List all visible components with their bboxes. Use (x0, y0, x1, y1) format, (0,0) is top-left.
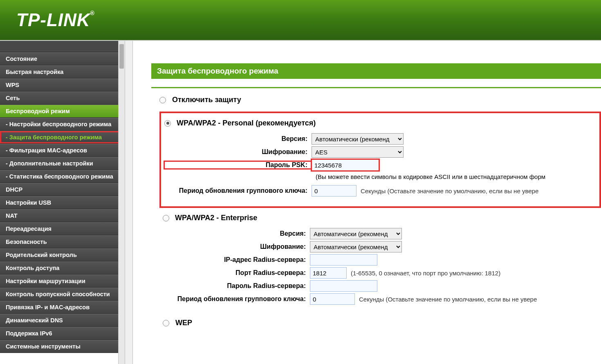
sidebar-item-18[interactable]: Контроль пропускной способности (0, 288, 125, 301)
ent-version-select[interactable]: Автоматически (рекоменд (310, 228, 402, 239)
radius-ip-label: IP-адрес Radius-сервера: (163, 256, 310, 264)
psk-hint: (Вы можете ввести символы в кодировке AS… (164, 173, 596, 180)
section-wep[interactable]: WEP (163, 319, 601, 327)
sidebar-item-14[interactable]: Безопасность (0, 235, 125, 248)
ent-encryption-select[interactable]: Автоматически (рекоменд (310, 241, 402, 252)
sidebar-item-6[interactable]: - Защита беспроводного режима (0, 131, 125, 144)
radius-port-label: Порт Radius-сервера: (163, 269, 310, 277)
sidebar-item-8[interactable]: - Дополнительные настройки (0, 157, 125, 170)
sidebar-item-9[interactable]: - Статистика беспроводного режима (0, 170, 125, 183)
app-header: TP-LINK® (0, 0, 601, 41)
pane-divider[interactable] (125, 41, 133, 364)
psk-input[interactable] (312, 159, 379, 171)
radius-pass-label: Пароль Radius-сервера: (163, 282, 310, 290)
radius-ip-input[interactable] (310, 254, 377, 266)
gku-hint: Секунды (Оставьте значение по умолчанию,… (361, 188, 538, 194)
sidebar-item-4[interactable]: Беспроводной режим (0, 105, 125, 118)
sidebar-item-0[interactable]: Состояние (0, 52, 125, 65)
separator (151, 87, 601, 88)
sidebar-scrollbar[interactable] (118, 41, 125, 364)
sidebar-item-16[interactable]: Контроль доступа (0, 261, 125, 275)
radius-pass-input[interactable] (310, 280, 377, 292)
section-disable-label: Отключить защиту (172, 96, 241, 104)
ent-gku-label: Период обновления группового ключа: (163, 295, 310, 303)
wep-label: WEP (175, 319, 192, 327)
ent-gku-hint: Секунды (Оставьте значение по умолчанию,… (359, 296, 537, 303)
section-wpa-personal: WPA/WPA2 - Personal (рекомендуется) Верс… (159, 112, 601, 208)
sidebar-item-11[interactable]: Настройки USB (0, 196, 125, 209)
sidebar-item-1[interactable]: Быстрая настройка (0, 65, 125, 78)
encryption-label: Шифрование: (164, 148, 312, 156)
version-select[interactable]: Автоматически (рекоменд (312, 133, 404, 145)
sidebar-item-10[interactable]: DHCP (0, 183, 125, 196)
brand-logo: TP-LINK® (16, 10, 95, 30)
psk-label: Пароль PSK: (164, 161, 312, 169)
sidebar-item-22[interactable]: Системные инструменты (0, 340, 125, 353)
brand-text: TP-LINK (16, 10, 90, 30)
version-label: Версия: (164, 135, 312, 143)
sidebar-item-17[interactable]: Настройки маршрутизации (0, 275, 125, 288)
radio-wpa-enterprise[interactable] (163, 215, 169, 221)
radio-disable[interactable] (159, 97, 166, 103)
section-wpa-enterprise: WPA/WPA2 - Enterprise Версия: Автоматиче… (159, 208, 601, 315)
radius-port-hint: (1-65535, 0 означает, что порт про умолч… (351, 270, 500, 277)
sidebar-item-13[interactable]: Переадресация (0, 222, 125, 235)
ent-gku-input[interactable] (310, 293, 355, 305)
sidebar-item-12[interactable]: NAT (0, 209, 125, 222)
radius-port-input[interactable] (310, 267, 347, 279)
sidebar-item-15[interactable]: Родительский контроль (0, 248, 125, 261)
sidebar-item-20[interactable]: Динамический DNS (0, 314, 125, 327)
wpa-enterprise-label: WPA/WPA2 - Enterprise (175, 214, 257, 222)
sidebar-item-21[interactable]: Поддержка IPv6 (0, 327, 125, 340)
sidebar-item-3[interactable]: Сеть (0, 92, 125, 105)
scrollbar-thumb[interactable] (119, 44, 124, 69)
page-title: Защита беспроводного режима (151, 63, 601, 79)
section-disable[interactable]: Отключить защиту (159, 96, 601, 104)
gku-label: Период обновления группового ключа: (164, 187, 312, 194)
radio-wpa-personal[interactable] (164, 120, 171, 127)
sidebar-item-2[interactable]: WPS (0, 78, 125, 92)
ent-encryption-label: Шифрование: (163, 243, 310, 250)
sidebar-item-7[interactable]: - Фильтрация MAC-адресов (0, 144, 125, 157)
sidebar-item-5[interactable]: - Настройки беспроводного режима (0, 118, 125, 131)
radio-wep[interactable] (163, 320, 169, 326)
sidebar: СостояниеБыстрая настройкаWPSСетьБеспров… (0, 41, 125, 364)
sidebar-item-19[interactable]: Привязка IP- и MAC-адресов (0, 301, 125, 314)
ent-version-label: Версия: (163, 230, 310, 237)
gku-input[interactable] (312, 185, 357, 197)
content-pane: Защита беспроводного режима Отключить за… (133, 41, 601, 364)
wpa-personal-label: WPA/WPA2 - Personal (рекомендуется) (177, 119, 316, 127)
encryption-select[interactable]: AES (312, 146, 404, 158)
